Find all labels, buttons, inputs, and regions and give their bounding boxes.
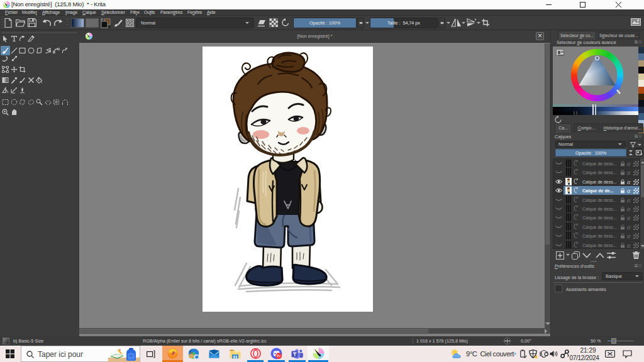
svg-text:9+: 9+: [277, 353, 281, 358]
